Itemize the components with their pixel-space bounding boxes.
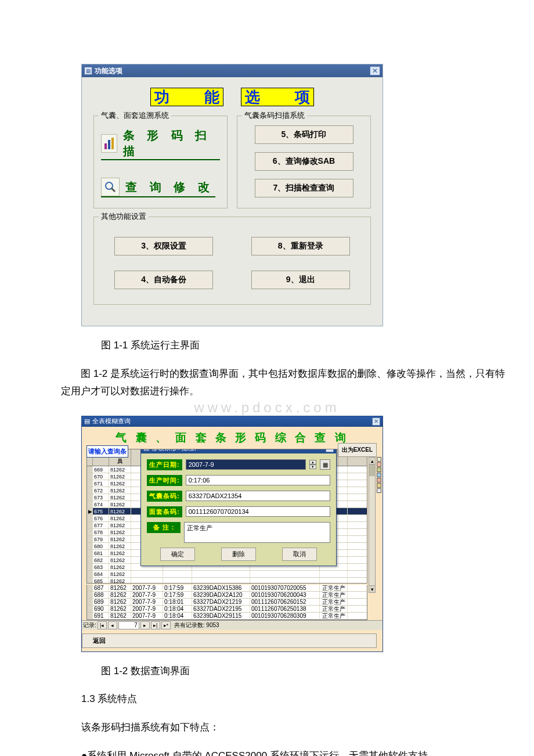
table-row[interactable]: 68481262 [87, 571, 367, 578]
figure-caption-1: 图 1-1 系统运行主界面 [0, 337, 534, 355]
color-swatches [377, 457, 381, 493]
table-row[interactable]: 690812622007-7-90:18:0463327DADX22195001… [87, 606, 367, 613]
heading-1-3: 1.3 系统特点 [0, 690, 534, 708]
query-window: ▤ 全表模糊查询 ✕ 气 囊 、 面 套 条 形 码 综 合 查 询 请输入查询… [81, 416, 383, 652]
input-airbag-code[interactable] [186, 491, 330, 501]
magnifier-icon [101, 178, 120, 196]
nav-prev-icon[interactable]: ◂ [108, 621, 117, 629]
edit-record-dialog: ▤ 修改条形码数据 ✕ 生产日期: ▴▾ ▦ 生产时间: [140, 449, 337, 566]
color-swatch [377, 457, 381, 462]
svg-line-1 [111, 188, 115, 192]
close-icon[interactable]: ✕ [372, 417, 380, 426]
window-title: 全表模糊查询 [92, 417, 131, 426]
record-total: 共有记录数: 9053 [174, 621, 219, 629]
btn-delete[interactable]: 删除 [221, 548, 256, 561]
input-production-time[interactable] [186, 475, 330, 485]
watermark: www.pdocx.com [0, 399, 534, 416]
paragraph-2: 该条形码扫描系统有如下特点： [0, 719, 534, 737]
titlebar: ▦ 功能选项 ✕ [82, 64, 383, 77]
color-swatch [377, 467, 381, 472]
label-production-time: 生产时间: [147, 475, 182, 486]
color-swatch [377, 483, 381, 488]
nav-new-icon[interactable]: ▸* [161, 621, 171, 629]
nav-last-icon[interactable]: ▸| [151, 621, 160, 629]
dialog-title: 修改条形码数据 [151, 449, 196, 453]
dialog-titlebar: ▤ 修改条形码数据 ✕ [141, 449, 336, 453]
btn-relogin[interactable]: 8、重新登录 [251, 237, 350, 255]
group-other-legend: 其他功能设置 [99, 211, 149, 222]
btn-permission[interactable]: 3、权限设置 [114, 237, 213, 255]
label-remark: 备 注 : [147, 522, 181, 533]
vertical-scrollbar[interactable]: ▴ ▾ [369, 457, 376, 593]
btn-ok[interactable]: 确定 [160, 548, 195, 561]
data-grid: 编号 操作人员 66981262670812626718126267281262… [86, 449, 367, 584]
input-remark[interactable] [184, 522, 330, 543]
close-icon[interactable]: ✕ [326, 449, 334, 452]
grid-visible-rows[interactable]: 687812622007-7-90:17:5963239DADX15386001… [86, 585, 367, 620]
color-swatch [377, 473, 381, 477]
nav-next-icon[interactable]: ▸ [140, 621, 150, 629]
color-swatch [377, 462, 381, 467]
figure-caption-2: 图 1-2 数据查询界面 [0, 663, 534, 681]
table-row[interactable]: 687812622007-7-90:17:5963239DADX15386001… [87, 585, 367, 592]
btn-export-excel[interactable]: 出为EXCEL [338, 443, 377, 457]
query-modify-link[interactable]: 查 询 修 改 [101, 178, 215, 197]
group-trace: 气囊、面套追溯系统 条 形 码 扫 描 [93, 116, 228, 208]
group-trace-legend: 气囊、面套追溯系统 [99, 110, 171, 121]
nav-first-icon[interactable]: |◂ [98, 621, 107, 629]
window-title: 功能选项 [95, 66, 370, 76]
paragraph-1: 图 1-2 是系统运行时的数据查询界面，其中包括对数据库数据的删除、修改等操作，… [0, 365, 534, 401]
banner-char: 功 [154, 89, 169, 105]
record-label: 记录: [83, 621, 96, 629]
paragraph-3: ●系统利用 Microsoft 自带的 ACCESS2000 系统环境下运行，无… [0, 747, 534, 756]
btn-print-barcode[interactable]: 5、条码打印 [255, 125, 353, 144]
btn-return[interactable]: 返回 [82, 633, 377, 648]
app-icon: ▦ [84, 67, 92, 75]
color-swatch [377, 478, 381, 483]
input-production-date[interactable] [186, 459, 306, 470]
close-icon[interactable]: ✕ [370, 66, 380, 75]
group-scan-legend: 气囊条码扫描系统 [242, 110, 307, 121]
btn-auto-backup[interactable]: 4、自动备份 [114, 271, 213, 289]
color-swatch [377, 488, 381, 493]
label-production-date: 生产日期: [147, 459, 182, 470]
barchart-icon [101, 134, 117, 153]
group-other: 其他功能设置 3、权限设置 8、重新登录 4、自动备份 9、退出 [93, 217, 371, 305]
table-row[interactable]: 691812622007-7-90:18:0463239DADX29115001… [87, 613, 367, 620]
banner-char: 能 [204, 89, 219, 105]
search-prompt: 请输入查询条 [86, 445, 128, 458]
banner-char: 选 [245, 89, 260, 105]
form-icon: ▤ [143, 449, 149, 452]
date-spinner[interactable]: ▴▾ [309, 460, 316, 469]
table-row[interactable]: 688812622007-7-90:17:5963239DADX2A120001… [87, 592, 367, 599]
btn-cancel[interactable]: 取消 [282, 548, 317, 561]
btn-exit[interactable]: 9、退出 [251, 271, 350, 289]
record-current[interactable] [118, 621, 139, 629]
link-label: 条 形 码 扫 描 [123, 128, 219, 159]
label-airbag-code: 气囊条码: [147, 491, 182, 502]
titlebar: ▤ 全表模糊查询 ✕ [82, 416, 383, 427]
input-cover-code[interactable] [186, 506, 330, 517]
group-scan: 气囊条码扫描系统 5、条码打印 6、查询修改SAB 7、扫描检查查询 [237, 116, 371, 208]
btn-scan-check-query[interactable]: 7、扫描检查查询 [255, 179, 353, 197]
btn-query-modify-sab[interactable]: 6、查询修改SAB [255, 152, 353, 171]
form-icon: ▤ [84, 417, 90, 425]
table-row[interactable]: 689812622007-7-90:18:0163327DADX21219001… [87, 599, 367, 606]
banner-left: 功 能 [150, 88, 223, 106]
main-menu-window: ▦ 功能选项 ✕ 功 能 选 项 气囊、面套追溯系统 [81, 64, 383, 326]
banner-right: 选 项 [241, 88, 314, 106]
scroll-up-icon[interactable]: ▴ [369, 458, 375, 465]
link-label: 查 询 修 改 [125, 179, 214, 195]
table-row[interactable]: 68581262 [87, 578, 367, 584]
banner-char: 项 [295, 89, 310, 105]
scroll-down-icon[interactable]: ▾ [369, 585, 375, 592]
label-cover-code: 面套条码: [147, 506, 182, 517]
record-navigator: 记录: |◂ ◂ ▸ ▸| ▸* 共有记录数: 9053 [82, 620, 383, 630]
calendar-icon[interactable]: ▦ [320, 459, 330, 470]
scroll-thumb[interactable] [369, 465, 375, 476]
barcode-scan-link[interactable]: 条 形 码 扫 描 [101, 128, 220, 160]
